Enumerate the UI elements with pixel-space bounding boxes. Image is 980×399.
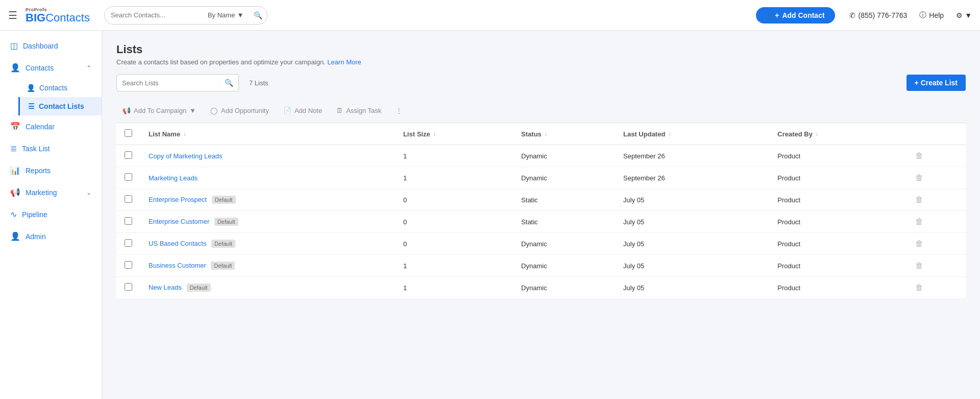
list-topbar: 🔍 7 Lists + Create List [116, 74, 966, 91]
search-lists-button[interactable]: 🔍 [219, 79, 238, 87]
task-icon: ≣ [10, 144, 17, 153]
calendar-icon: 📅 [10, 122, 20, 131]
list-name-link[interactable]: New Leads [149, 284, 182, 291]
learn-more-link[interactable]: Learn More [327, 58, 361, 66]
add-opportunity-button[interactable]: ◯ Add Opportunity [204, 104, 275, 118]
row-created-by: Product [769, 145, 906, 167]
list-count: 7 Lists [249, 79, 268, 87]
sort-size-icon[interactable]: ↕ [433, 131, 436, 137]
default-badge: Default [211, 240, 235, 248]
hamburger-icon[interactable]: ☰ [8, 9, 17, 21]
help-button[interactable]: ⓘ Help [919, 11, 944, 20]
row-checkbox-cell [116, 277, 140, 299]
row-delete-cell: 🗑 [907, 189, 966, 211]
row-delete-cell: 🗑 [907, 211, 966, 233]
sidebar-item-task-list[interactable]: ≣ Task List [0, 137, 102, 159]
add-contact-button[interactable]: 👤+ Add Contact [756, 7, 835, 24]
add-contact-icon: 👤+ [766, 11, 779, 19]
add-to-campaign-button[interactable]: 📢 Add To Campaign ▼ [116, 104, 202, 118]
default-badge: Default [212, 196, 236, 204]
header-last-updated: Last Updated↕ [615, 123, 769, 145]
list-name-link[interactable]: Copy of Marketing Leads [149, 152, 223, 160]
list-name-link[interactable]: Enterprise Prospect [149, 196, 207, 203]
header-list-size: List Size↕ [395, 123, 513, 145]
row-checkbox[interactable] [125, 195, 132, 203]
logo-big: BIG [26, 12, 45, 24]
sort-status-icon[interactable]: ↕ [545, 131, 548, 137]
sidebar-label-contacts-sub: Contacts [39, 84, 67, 92]
phone-number[interactable]: ✆ (855) 776-7763 [849, 11, 908, 19]
row-delete-cell: 🗑 [907, 145, 966, 167]
row-last-updated: July 05 [615, 189, 769, 211]
chevron-up-icon: ⌃ [86, 64, 91, 72]
logo: ProProfs BIG Contacts [26, 7, 90, 24]
table-row: Enterprise Customer Default 0 Static Jul… [116, 211, 966, 233]
sidebar-item-reports[interactable]: 📊 Reports [0, 159, 102, 181]
list-name-link[interactable]: Business Customer [149, 262, 206, 269]
delete-icon[interactable]: 🗑 [915, 261, 923, 270]
more-options-button[interactable]: ⋮ [389, 104, 408, 118]
row-last-updated: July 05 [615, 211, 769, 233]
table-row: Enterprise Prospect Default 0 Static Jul… [116, 189, 966, 211]
row-checkbox[interactable] [125, 173, 132, 181]
list-name-link[interactable]: Enterprise Customer [149, 218, 209, 225]
row-created-by: Product [769, 211, 906, 233]
sidebar-item-calendar[interactable]: 📅 Calendar [0, 115, 102, 137]
list-name-link[interactable]: Marketing Leads [149, 174, 198, 182]
sidebar-label-dashboard: Dashboard [23, 42, 58, 50]
add-note-button[interactable]: 📄 Add Note [277, 104, 328, 118]
delete-icon[interactable]: 🗑 [915, 283, 923, 292]
row-created-by: Product [769, 233, 906, 255]
row-checkbox[interactable] [125, 261, 132, 269]
sidebar-item-contacts-sub[interactable]: 👤 Contacts [18, 79, 102, 97]
settings-button[interactable]: ⚙ ▼ [956, 11, 972, 19]
row-checkbox[interactable] [125, 239, 132, 247]
sidebar-item-contact-lists[interactable]: ☰ Contact Lists [18, 97, 102, 115]
list-name-link[interactable]: US Based Contacts [149, 240, 206, 247]
row-checkbox-cell [116, 233, 140, 255]
sidebar-item-contacts[interactable]: 👤 Contacts ⌃ [0, 57, 102, 79]
assign-task-button[interactable]: 🗓 Assign Task [330, 104, 387, 118]
row-status: Dynamic [513, 277, 615, 299]
sort-created-icon[interactable]: ↕ [816, 131, 819, 137]
row-list-size: 0 [395, 233, 513, 255]
row-checkbox-cell [116, 211, 140, 233]
sidebar-item-dashboard[interactable]: ◫ Dashboard [0, 35, 102, 57]
delete-icon[interactable]: 🗑 [915, 173, 923, 182]
search-button[interactable]: 🔍 [249, 11, 267, 19]
row-checkbox[interactable] [125, 217, 132, 225]
search-input[interactable] [105, 11, 203, 19]
row-created-by: Product [769, 255, 906, 277]
sort-name-icon[interactable]: ↕ [183, 131, 186, 137]
sidebar-label-pipeline: Pipeline [22, 210, 47, 219]
sort-updated-icon[interactable]: ↕ [668, 131, 671, 137]
sidebar-item-pipeline[interactable]: ∿ Pipeline [0, 203, 102, 225]
header-list-name: List Name↕ [140, 123, 395, 145]
search-lists: 🔍 [116, 74, 239, 91]
delete-icon[interactable]: 🗑 [915, 217, 923, 226]
header-status: Status↕ [513, 123, 615, 145]
table-row: New Leads Default 1 Dynamic July 05 Prod… [116, 277, 966, 299]
row-last-updated: July 05 [615, 233, 769, 255]
row-created-by: Product [769, 167, 906, 189]
search-lists-input[interactable] [117, 79, 219, 87]
row-checkbox[interactable] [125, 151, 132, 159]
dashboard-icon: ◫ [10, 41, 18, 51]
sidebar-label-reports: Reports [26, 167, 51, 175]
sidebar-item-admin[interactable]: 👤 Admin [0, 225, 102, 247]
sidebar-item-marketing[interactable]: 📢 Marketing ⌄ [0, 181, 102, 203]
row-list-size: 0 [395, 211, 513, 233]
select-all-checkbox[interactable] [125, 129, 132, 137]
campaign-chevron-icon: ▼ [189, 107, 196, 114]
search-filter-dropdown[interactable]: By Name ▼ [203, 11, 249, 19]
delete-icon[interactable]: 🗑 [915, 239, 923, 248]
create-list-button[interactable]: + Create List [906, 75, 966, 91]
row-delete-cell: 🗑 [907, 167, 966, 189]
header-created-by: Created By↕ [769, 123, 906, 145]
row-status: Static [513, 189, 615, 211]
row-delete-cell: 🗑 [907, 277, 966, 299]
delete-icon[interactable]: 🗑 [915, 195, 923, 204]
table-header-row: List Name↕ List Size↕ Status↕ Last Updat… [116, 123, 966, 145]
row-checkbox[interactable] [125, 283, 132, 291]
delete-icon[interactable]: 🗑 [915, 151, 923, 160]
